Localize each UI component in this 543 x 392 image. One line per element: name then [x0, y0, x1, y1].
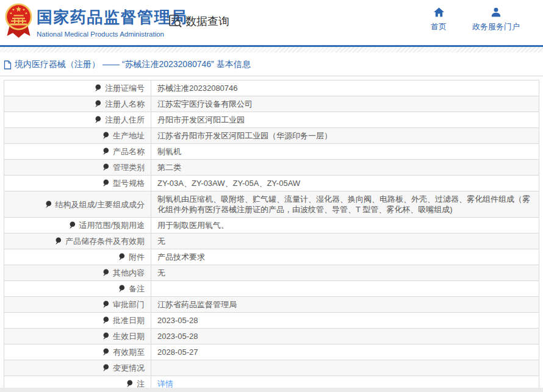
- row-label: 生效日期: [113, 332, 145, 341]
- row-value: 江苏省丹阳市开发区河阳工业园（华源印务一层）: [157, 131, 332, 140]
- row-value: 无: [157, 237, 165, 246]
- table-row: 注册证编号 苏械注准20232080746: [4, 80, 539, 96]
- user-icon: [491, 7, 502, 17]
- pin-icon: [102, 163, 109, 171]
- row-label: 产品名称: [113, 147, 145, 156]
- pin-icon: [126, 380, 133, 388]
- pin-icon: [95, 100, 101, 108]
- pin-icon: [102, 132, 109, 140]
- home-icon: [433, 7, 445, 17]
- page-header: 国家药品监督管理局 National Medical Products Admi…: [0, 0, 543, 45]
- row-label: 产品储存条件及有效期: [65, 237, 145, 246]
- row-label: 注册证编号: [105, 84, 145, 93]
- row-value: 产品技术要求: [157, 252, 205, 262]
- row-label: 管理类别: [113, 163, 145, 172]
- national-emblem-logo: [4, 2, 33, 40]
- row-value: 丹阳市开发区河阳工业园: [157, 115, 245, 124]
- breadcrumb-divider: [0, 76, 543, 76]
- row-value: 江苏省药品监督管理局: [157, 300, 237, 309]
- row-label: 其他内容: [113, 268, 145, 277]
- top-nav: 首页 政务服务门户: [431, 7, 520, 32]
- pin-icon: [95, 84, 101, 92]
- row-label: 变更情况: [113, 363, 145, 372]
- table-row: 备注: [4, 281, 539, 297]
- data-query-label: 数据查询: [185, 14, 229, 29]
- breadcrumb-text: 境内医疗器械（注册） —— “苏械注准20232080746” 基本信息: [15, 59, 251, 70]
- row-label: 型号规格: [113, 179, 145, 188]
- document-icon: [4, 60, 12, 69]
- table-row: 注册人名称 江苏宏宇医疗设备有限公司: [4, 96, 539, 112]
- table-row: 生效日期 2023-05-28: [4, 329, 539, 344]
- table-row: 生产地址 江苏省丹阳市开发区河阳工业园（华源印务一层）: [4, 128, 539, 144]
- pin-icon: [69, 221, 76, 229]
- row-label: 生产地址: [113, 131, 145, 140]
- pin-icon: [45, 201, 52, 208]
- row-value: 用于制取医用氧气。: [157, 221, 229, 230]
- row-value: 2023-05-28: [157, 316, 198, 325]
- data-query-section[interactable]: 数据查询: [168, 14, 229, 29]
- pin-icon: [118, 253, 125, 261]
- row-label: 附件: [129, 252, 145, 262]
- info-table: 注册证编号 苏械注准20232080746 注册人名称 江苏宏宇医疗设备有限公司: [4, 80, 539, 392]
- row-label: 注册人名称: [105, 99, 145, 109]
- table-row: 有效期至 2028-05-27: [4, 344, 539, 360]
- pin-icon: [102, 316, 109, 324]
- row-label: 注册人住所: [105, 115, 145, 124]
- stripe-band: [0, 47, 543, 52]
- row-value: 无: [157, 268, 165, 277]
- table-row: 附件 产品技术要求: [4, 249, 539, 265]
- detail-link[interactable]: 详情: [157, 379, 173, 388]
- nav-home[interactable]: 首页: [431, 7, 447, 32]
- pin-icon: [102, 269, 109, 277]
- pin-icon: [102, 332, 109, 340]
- pin-icon: [55, 237, 62, 245]
- row-value: 制氧机: [157, 147, 181, 156]
- table-row: 适用范围/预期用途 用于制取医用氧气。: [4, 218, 539, 233]
- data-query-icon: [168, 14, 182, 29]
- breadcrumb: 境内医疗器械（注册） —— “苏械注准20232080746” 基本信息: [4, 59, 543, 70]
- row-value: 2023-05-28: [157, 332, 198, 341]
- org-name-cn: 国家药品监督管理局: [37, 7, 188, 28]
- pin-icon: [102, 348, 109, 356]
- nav-home-label: 首页: [431, 21, 447, 32]
- nav-gov-portal[interactable]: 政务服务门户: [472, 7, 520, 32]
- row-label: 备注: [129, 284, 145, 293]
- row-label: 有效期至: [113, 347, 145, 357]
- pin-icon: [102, 179, 109, 187]
- row-value: 江苏宏宇医疗设备有限公司: [157, 99, 253, 109]
- table-row: 产品储存条件及有效期 无: [4, 233, 539, 249]
- row-label: 批准日期: [113, 316, 145, 325]
- row-value: 2028-05-27: [157, 347, 198, 357]
- table-row: 审批部门 江苏省药品监督管理局: [4, 297, 539, 313]
- table-row: 其他内容 无: [4, 265, 539, 281]
- row-value: ZY-03A、ZY-03AW、ZY-05A、ZY-05AW: [157, 179, 300, 188]
- row-value: 苏械注准20232080746: [157, 84, 238, 93]
- pin-icon: [95, 116, 101, 124]
- row-label: 结构及组成/主要组成成分: [55, 200, 145, 209]
- table-row: 结构及组成/主要组成成分 制氧机由压缩机、吸附塔、贮气罐、流量计、湿化器、换向阀…: [4, 191, 539, 218]
- row-label: 审批部门: [113, 300, 145, 309]
- table-row: 管理类别 第二类: [4, 160, 539, 176]
- pin-icon: [102, 301, 109, 308]
- row-label: 适用范围/预期用途: [79, 221, 145, 230]
- pin-icon: [102, 364, 109, 372]
- table-row: 型号规格 ZY-03A、ZY-03AW、ZY-05A、ZY-05AW: [4, 176, 539, 191]
- nav-gov-portal-label: 政务服务门户: [472, 21, 520, 32]
- table-row: 注册人住所 丹阳市开发区河阳工业园: [4, 112, 539, 128]
- org-name-en: National Medical Products Administration: [37, 30, 188, 38]
- table-row: 产品名称 制氧机: [4, 144, 539, 160]
- pin-icon: [118, 285, 125, 293]
- pin-icon: [102, 148, 109, 155]
- row-label: 注: [137, 379, 145, 388]
- row-value: 第二类: [157, 163, 181, 172]
- table-row: 批准日期 2023-05-28: [4, 313, 539, 329]
- table-row: 变更情况: [4, 360, 539, 376]
- row-value: 制氧机由压缩机、吸附塔、贮气罐、流量计、湿化器、换向阀、电路板、外壳、过滤器、雾…: [157, 194, 530, 214]
- footer-strip: [0, 388, 543, 392]
